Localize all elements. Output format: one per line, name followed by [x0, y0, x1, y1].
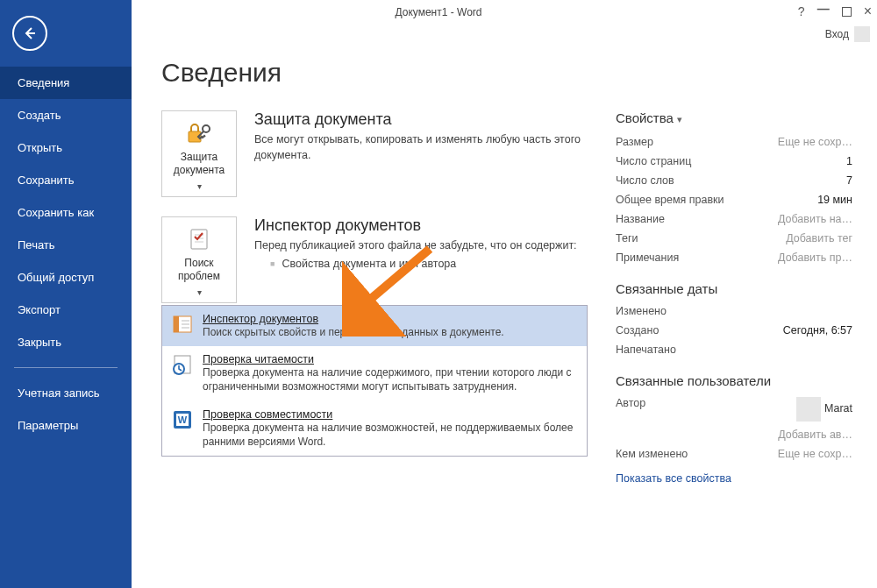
lock-key-icon [166, 118, 232, 148]
protect-desc: Все могут открывать, копировать и изменя… [254, 132, 588, 163]
protect-document-tile[interactable]: Защита документа ▾ [161, 110, 237, 197]
property-row: РазмерЕще не сохр… [616, 132, 852, 152]
svg-rect-2 [191, 230, 207, 249]
title-bar: Документ1 - Word ? — × [0, 0, 877, 25]
properties-heading[interactable]: Свойства ▾ [616, 110, 852, 125]
property-row: Число страниц1 [616, 152, 852, 171]
svg-rect-4 [174, 316, 179, 332]
sidebar-item-6[interactable]: Общий доступ [0, 261, 132, 294]
modified-by-label: Кем изменено [616, 448, 688, 460]
sidebar-item-0[interactable]: Сведения [0, 67, 132, 99]
protect-tile-label: Защита документа [166, 151, 232, 177]
menu-item-icon [171, 353, 194, 376]
sidebar-item-1[interactable]: Создать [0, 99, 132, 131]
page-title: Сведения [161, 58, 852, 88]
date-row: Изменено [616, 301, 852, 321]
add-author[interactable]: Добавить ав… [778, 429, 852, 441]
sidebar-item-7[interactable]: Экспорт [0, 294, 132, 326]
minimize-icon[interactable]: — [817, 2, 830, 16]
check-issues-menu: Инспектор документовПоиск скрытых свойст… [161, 305, 588, 457]
protect-section: Защита документа ▾ Защита документа Все … [161, 110, 588, 197]
help-icon[interactable]: ? [798, 4, 805, 18]
property-row: НазваниеДобавить на… [616, 209, 852, 229]
sidebar-item-8[interactable]: Закрыть [0, 326, 132, 358]
sidebar-item-2[interactable]: Открыть [0, 131, 132, 164]
check-issues-label: Поиск проблем [166, 257, 232, 283]
author-label: Автор [616, 397, 645, 422]
sidebar-item-5[interactable]: Печать [0, 229, 132, 261]
chevron-down-icon: ▾ [197, 287, 202, 297]
inspect-menu-item-1[interactable]: Проверка читаемостиПроверка документа на… [162, 346, 587, 400]
properties-panel: Свойства ▾ РазмерЕще не сохр…Число стран… [616, 110, 852, 485]
sidebar-item-3[interactable]: Сохранить [0, 164, 132, 196]
avatar-icon [796, 397, 821, 422]
chevron-down-icon: ▾ [197, 181, 202, 191]
modified-by-value: Еще не сохр… [778, 448, 852, 460]
login-label: Вход [825, 28, 849, 40]
backstage-sidebar: СведенияСоздатьОткрытьСохранитьСохранить… [0, 0, 132, 588]
inspect-menu-item-2[interactable]: WПроверка совместимостиПроверка документ… [162, 401, 587, 456]
property-row: Общее время правки19 мин [616, 190, 852, 209]
document-check-icon [166, 224, 232, 254]
protect-title: Защита документа [254, 110, 588, 129]
inspect-menu-item-0[interactable]: Инспектор документовПоиск скрытых свойст… [162, 306, 587, 346]
check-issues-tile[interactable]: Поиск проблем ▾ [161, 216, 237, 303]
login-area[interactable]: Вход [825, 26, 870, 42]
backstage-main: Сведения Защита документа ▾ [132, 44, 877, 588]
back-button[interactable] [12, 16, 47, 51]
inspect-bullet: Свойства документа и имя автора [270, 258, 588, 270]
date-row: Напечатано [616, 340, 852, 359]
chevron-down-icon: ▾ [677, 114, 682, 124]
sidebar-item-9[interactable]: Учетная запись [0, 377, 132, 409]
property-row: Число слов7 [616, 171, 852, 190]
property-row: ПримечанияДобавить пр… [616, 248, 852, 267]
show-all-properties-link[interactable]: Показать все свойства [616, 472, 731, 485]
related-users-heading: Связанные пользователи [616, 373, 852, 388]
property-row: ТегиДобавить тег [616, 229, 852, 248]
author-name: Marat [824, 402, 852, 414]
menu-item-icon: W [171, 408, 194, 431]
inspect-section: Поиск проблем ▾ Инспектор документов Пер… [161, 216, 588, 303]
maximize-icon[interactable] [842, 7, 852, 17]
inspect-desc: Перед публикацией этого файла не забудьт… [254, 238, 588, 254]
svg-text:W: W [178, 414, 188, 425]
inspect-title: Инспектор документов [254, 216, 588, 235]
avatar-icon [854, 26, 870, 42]
menu-item-icon [171, 313, 194, 336]
close-icon[interactable]: × [864, 4, 872, 19]
svg-point-1 [203, 125, 210, 132]
sidebar-item-10[interactable]: Параметры [0, 409, 132, 442]
sidebar-item-4[interactable]: Сохранить как [0, 196, 132, 229]
related-dates-heading: Связанные даты [616, 281, 852, 296]
date-row: СозданоСегодня, 6:57 [616, 321, 852, 340]
window-title: Документ1 - Word [395, 6, 481, 18]
